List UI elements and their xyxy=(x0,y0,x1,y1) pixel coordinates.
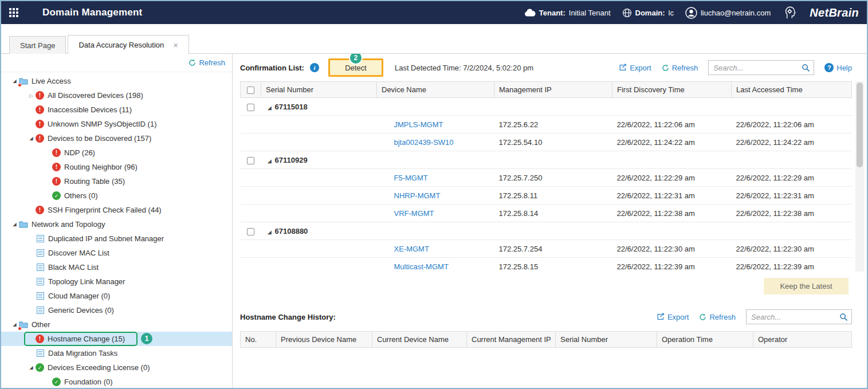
tree-item-label: Data Migration Tasks xyxy=(48,349,117,357)
tree-item-routing-table-35[interactable]: !Routing Table (35) xyxy=(1,174,232,188)
help-label: Help xyxy=(836,64,852,72)
sidebar-refresh-button[interactable]: Refresh xyxy=(188,58,225,67)
device-name-link[interactable]: JMPLS-MGMT xyxy=(394,120,443,129)
device-row: JMPLS-MGMT172.25.6.2222/6/2022, 11:22:06… xyxy=(241,116,852,133)
tree-item-data-migration-tasks[interactable]: Data Migration Tasks xyxy=(1,346,232,360)
alert-dot-icon xyxy=(18,327,22,331)
domain-value: lc xyxy=(669,9,674,17)
scrollbar-thumb[interactable] xyxy=(857,82,863,167)
collapse-arrow-icon[interactable]: ◢ xyxy=(27,136,36,141)
netbrain-logo: NetBrain xyxy=(810,6,859,19)
history-search-input[interactable] xyxy=(747,313,835,321)
group-checkbox[interactable] xyxy=(247,228,254,235)
tab-data-accuracy-resolution[interactable]: Data Accuracy Resolution × xyxy=(68,35,189,54)
confirmation-list-title: Confirmation List: xyxy=(240,64,304,72)
tree-item-devices-to-be-discovered-157[interactable]: ◢!Devices to be Discovered (157) xyxy=(1,131,232,146)
col-last-accessed-time[interactable]: Last Accessed Time xyxy=(732,82,852,98)
tree-item-ndp-26[interactable]: !NDP (26) xyxy=(1,146,232,160)
vertical-scrollbar[interactable] xyxy=(855,81,864,272)
tree-item-discover-mac-list[interactable]: Discover MAC List xyxy=(1,246,232,260)
history-export-button[interactable]: Export xyxy=(657,313,689,321)
tree-item-other[interactable]: ◢Other xyxy=(1,317,232,332)
col-serial-number[interactable]: Serial Number xyxy=(261,82,377,98)
col-operator[interactable]: Operator xyxy=(753,332,852,348)
device-name-link[interactable]: NHRP-MGMT xyxy=(394,191,441,200)
serial-group-row: ◢67115018 xyxy=(241,98,852,116)
col-first-discovery-time[interactable]: First Discovery Time xyxy=(612,82,732,98)
tree-item-black-mac-list[interactable]: Black MAC List xyxy=(1,260,232,274)
sidebar-tree: ◢Live Access▷!All Discovered Devices (19… xyxy=(1,72,232,388)
history-title: Hostname Change History: xyxy=(240,313,336,321)
help-button[interactable]: ? Help xyxy=(824,63,852,72)
ai-assistant-button[interactable] xyxy=(782,5,797,20)
last-detected-time: Last Detected Time: 7/2/2024, 5:02:20 pm xyxy=(395,64,533,72)
tree-item-inaccessible-devices-11[interactable]: !Inaccessible Devices (11) xyxy=(1,103,232,117)
device-name-link[interactable]: Multicast-MGMT xyxy=(394,262,449,271)
collapse-arrow-icon[interactable]: ◢ xyxy=(266,105,274,111)
confirmation-search-input[interactable] xyxy=(709,64,798,72)
tree-item-label: Unknown SNMP SysObjectID (1) xyxy=(48,120,157,128)
col-device-name[interactable]: Device Name xyxy=(377,82,494,98)
collapse-arrow-icon[interactable]: ◢ xyxy=(10,222,19,227)
tree-item-foundation-0[interactable]: ✓Foundation (0) xyxy=(1,375,232,388)
keep-the-latest-button[interactable]: Keep the Latest xyxy=(764,278,849,294)
group-checkbox[interactable] xyxy=(247,157,254,164)
col-history-serial-number[interactable]: Serial Number xyxy=(556,332,657,348)
tree-item-label: Others (0) xyxy=(64,191,98,200)
tree-item-label: Discover MAC List xyxy=(48,249,109,257)
tree-item-generic-devices-0[interactable]: Generic Devices (0) xyxy=(1,303,232,317)
collapse-arrow-icon[interactable]: ◢ xyxy=(10,78,19,84)
group-checkbox[interactable] xyxy=(247,104,254,111)
management-ip-value: 172.25.7.254 xyxy=(494,240,612,258)
refresh-button[interactable]: Refresh xyxy=(662,64,698,72)
tree-item-network-and-topology[interactable]: ◢Network and Topology xyxy=(1,217,232,231)
tree-item-label: Topology Link Manager xyxy=(48,277,125,286)
tree-item-live-access[interactable]: ◢Live Access xyxy=(1,74,232,88)
tree-item-ssh-fingerprint-check-failed-44[interactable]: !SSH Fingerprint Check Failed (44) xyxy=(1,203,232,217)
device-name-link[interactable]: bjta002439-SW10 xyxy=(394,138,454,147)
col-current-management-ip[interactable]: Current Management IP xyxy=(467,332,556,348)
device-name-cell: VRF-MGMT xyxy=(377,205,494,222)
tree-item-label: Routing Neighbor (96) xyxy=(64,163,138,171)
tree-item-topology-link-manager[interactable]: Topology Link Manager xyxy=(1,274,232,289)
alert-icon: ! xyxy=(36,206,44,214)
history-search-button[interactable] xyxy=(835,310,851,324)
close-tab-icon[interactable]: × xyxy=(173,41,178,49)
cloud-icon xyxy=(524,9,536,17)
topbar-right-cluster: Tenant: Initial Tenant Domain: lc xyxy=(513,5,859,20)
search-button[interactable] xyxy=(798,61,814,74)
collapse-arrow-icon[interactable]: ◢ xyxy=(266,230,274,235)
col-operation-time[interactable]: Operation Time xyxy=(657,332,753,348)
col-no[interactable]: No. xyxy=(241,332,276,348)
tree-item-others-0[interactable]: ✓Others (0) xyxy=(1,188,232,203)
info-icon[interactable]: i xyxy=(310,63,319,72)
tab-start-page[interactable]: Start Page xyxy=(9,36,66,54)
tree-item-devices-exceeding-license-0[interactable]: ◢✓Devices Exceeding License (0) xyxy=(1,360,232,375)
refresh-icon xyxy=(699,313,706,321)
serial-group-cell: ◢67108880 xyxy=(261,222,852,240)
device-name-link[interactable]: VRF-MGMT xyxy=(394,209,434,218)
tree-item-cloud-manager-0[interactable]: Cloud Manager (0) xyxy=(1,289,232,303)
tree-item-unknown-snmp-sysobjectid-1[interactable]: !Unknown SNMP SysObjectID (1) xyxy=(1,117,232,131)
last-accessed-time-value: 22/6/2022, 11:22:29 am xyxy=(732,169,852,187)
sidebar-toolbar: Refresh xyxy=(1,54,232,72)
device-name-link[interactable]: XE-MGMT xyxy=(394,245,429,253)
collapse-arrow-icon[interactable]: ◢ xyxy=(27,365,36,370)
export-button[interactable]: Export xyxy=(619,64,651,72)
select-all-checkbox[interactable] xyxy=(247,87,254,94)
tree-item-all-discovered-devices-198[interactable]: ▷!All Discovered Devices (198) xyxy=(1,88,232,103)
device-name-link[interactable]: F5-MGMT xyxy=(394,174,428,182)
user-menu[interactable]: liuchao@netrain.com xyxy=(685,7,771,19)
collapse-arrow-icon[interactable]: ◢ xyxy=(266,159,274,164)
col-previous-device-name[interactable]: Previous Device Name xyxy=(276,332,372,348)
expand-arrow-icon[interactable]: ▷ xyxy=(27,93,36,99)
tree-item-hostname-change-15[interactable]: !Hostname Change (15)1 xyxy=(1,332,232,346)
empty-serial-cell xyxy=(261,169,377,187)
col-management-ip[interactable]: Management IP xyxy=(494,82,612,98)
collapse-arrow-icon[interactable]: ◢ xyxy=(10,322,19,327)
history-refresh-button[interactable]: Refresh xyxy=(699,313,736,321)
col-current-device-name[interactable]: Current Device Name xyxy=(372,332,467,348)
tree-item-duplicated-ip-and-subnet-manager[interactable]: Duplicated IP and Subnet Manager xyxy=(1,231,232,246)
app-launcher-icon[interactable] xyxy=(9,8,18,17)
tree-item-routing-neighbor-96[interactable]: !Routing Neighbor (96) xyxy=(1,160,232,174)
